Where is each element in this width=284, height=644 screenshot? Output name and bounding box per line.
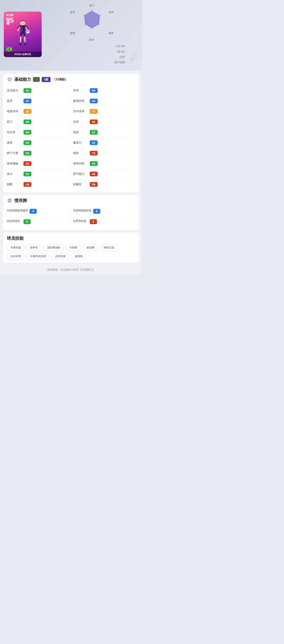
stats-grid: 攻击能力 92 控球 95 盘带 97 紧密控球 96 地面传球 82 空中传球…: [7, 85, 135, 190]
level-arrow[interactable]: →: [33, 77, 40, 82]
stat-name-left: 身体接触: [7, 162, 22, 165]
stat-left: 脚下力量 85: [7, 151, 69, 156]
type-stat: 高产边锋: [114, 60, 125, 65]
section-header-basic: 基础能力 → 1级 （33满级）: [7, 76, 135, 82]
stat-left: 抢断 44: [7, 182, 69, 187]
stat-name-right: 紧密控球: [73, 99, 88, 103]
brazil-flag-icon: [6, 47, 12, 52]
stat-divider: [71, 88, 71, 93]
stat-left: 速度 92: [7, 140, 69, 145]
foot-section-title: 惯用脚: [14, 198, 27, 204]
player-photo-container: 左边锋 95: [4, 12, 42, 57]
foot-section-icon: [7, 198, 12, 204]
stat-name-left: 射门: [7, 120, 22, 124]
physical-stats-row: 175 CM 68 KG 22岁 高产边锋: [45, 44, 138, 65]
skill-tag: 点球专家: [51, 253, 69, 260]
basic-ability-title: 基础能力: [14, 76, 31, 82]
stat-divider: [71, 182, 71, 187]
stat-badge-left: 82: [23, 109, 31, 114]
table-row: 射门 90 头球 66: [7, 117, 135, 127]
stat-name-left: 体力: [7, 172, 22, 176]
svg-point-24: [9, 200, 10, 201]
svg-point-21: [135, 54, 137, 56]
skills-title: 球员技能: [7, 236, 135, 241]
stat-badge-right: 66: [90, 120, 98, 124]
stat-badge-left: 85: [23, 130, 31, 135]
skill-tag: 马赛回旋: [7, 244, 25, 251]
foot-icon: [129, 52, 138, 65]
stat-name-left: 地面传球: [7, 110, 22, 113]
stat-name-left: 速度: [7, 141, 22, 144]
section-header-foot: 惯用脚: [7, 198, 135, 204]
foot-section-wrapper: 惯用脚 非惯用脚使用频率 4 非惯用脚精准度 4 状态持续性 6 抗受伤程度 1: [0, 192, 142, 230]
stat-name-left: 脚下力量: [7, 151, 22, 155]
level-max: （33满级）: [52, 78, 68, 82]
skill-tag: 挑球过顶: [100, 244, 118, 251]
radar-label-speed: 速度: [70, 32, 75, 35]
player-position-rating: 左边锋 95: [6, 14, 14, 24]
skills-card: 球员技能 马赛回旋踩单车远距离抽射牛摆尾插花脚挑球过顶压步转弯不看球员传球点球专…: [3, 232, 139, 263]
skill-tag: 踩单车: [26, 244, 42, 251]
foot-stat-name-right: 抗受伤程度: [73, 219, 88, 223]
stat-left: 定位球 85: [7, 130, 69, 135]
stat-badge-right: 95: [90, 88, 98, 93]
height-stat: 175 CM: [114, 44, 125, 49]
stat-right: 头球 66: [73, 120, 135, 124]
table-row: 地面传球 82 空中传球 77: [7, 106, 135, 117]
table-row: 速度 92 爆发力 95: [7, 138, 135, 148]
foot-stat-left: 状态持续性 6: [7, 219, 69, 224]
stat-badge-left: 44: [23, 182, 31, 187]
stat-right: 弧度 87: [73, 130, 135, 135]
stat-name-left: 定位球: [7, 130, 22, 134]
skill-tag: 牛摆尾: [66, 244, 81, 251]
stat-right: 跳跃 73: [73, 151, 135, 156]
stat-name-left: 攻击能力: [7, 89, 22, 92]
footer: 更多数据，关注微信小程序【实况圈儿】: [0, 265, 142, 274]
basic-ability-card: 基础能力 → 1级 （33满级） 攻击能力 92 控球 95 盘带 97 紧密控…: [3, 74, 139, 192]
stat-badge-right: 93: [90, 161, 98, 166]
skill-tag: 插花脚: [83, 244, 98, 251]
stat-divider: [71, 140, 71, 146]
stat-name-right: 控球: [73, 89, 88, 92]
stat-right: 身体控制 93: [73, 161, 135, 166]
svg-point-13: [98, 23, 99, 25]
stat-left: 攻击能力 92: [7, 88, 69, 93]
stat-name-right: 爆发力: [73, 141, 88, 144]
stat-left: 盘带 97: [7, 98, 69, 103]
foot-stat-name-right: 非惯用脚精准度: [73, 209, 92, 212]
stat-left: 地面传球 82: [7, 109, 69, 114]
foot-stats-grid: 非惯用脚使用频率 4 非惯用脚精准度 4 状态持续性 6 抗受伤程度 1: [7, 206, 135, 227]
svg-point-5: [8, 48, 10, 50]
level-badge: 1级: [42, 77, 51, 82]
stat-divider: [71, 129, 71, 135]
stat-badge-left: 91: [23, 172, 31, 176]
radar-chart: [76, 7, 108, 39]
stat-badge-left: 90: [23, 120, 31, 124]
physical-stats: 175 CM 68 KG 22岁 高产边锋: [114, 44, 125, 65]
stat-badge-right: 58: [90, 182, 98, 187]
header-right: 射门 传球 身体 防守 速度 盘带: [45, 4, 138, 65]
stat-right: 积极性 58: [73, 182, 135, 187]
stat-right: 空中传球 77: [73, 109, 135, 114]
foot-stat-badge-left: 6: [23, 219, 31, 224]
stat-right: 控球 95: [73, 88, 135, 93]
radar-label-body: 身体: [109, 32, 114, 35]
table-row: 脚下力量 85 跳跃 73: [7, 148, 135, 158]
svg-point-16: [84, 15, 85, 16]
svg-point-15: [85, 23, 86, 25]
age-stat: 22岁: [114, 54, 125, 60]
foot-stat-right: 抗受伤程度 1: [73, 219, 135, 224]
shield-icon: [7, 76, 12, 82]
stat-name-left: 抢断: [7, 182, 22, 186]
stat-badge-right: 73: [90, 151, 98, 156]
table-row: 盘带 97 紧密控球 96: [7, 96, 135, 106]
foot-stat-badge-right: 4: [93, 209, 100, 214]
stat-left: 体力 91: [7, 172, 69, 176]
stat-name-right: 防守能力: [73, 172, 88, 176]
stat-name-right: 身体控制: [73, 162, 88, 165]
stat-name-right: 头球: [73, 120, 88, 124]
weight-stat: 68 KG: [114, 49, 125, 54]
stat-divider: [71, 150, 71, 156]
stat-divider: [71, 209, 71, 214]
stat-badge-left: 62: [23, 161, 31, 166]
